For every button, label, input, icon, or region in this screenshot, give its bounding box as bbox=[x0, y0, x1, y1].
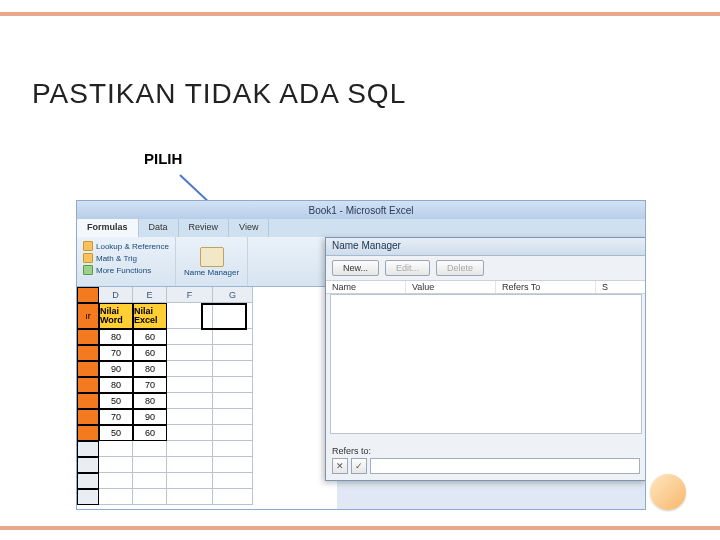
row-header bbox=[77, 287, 99, 303]
slide-title: PASTIKAN TIDAK ADA SQL bbox=[32, 78, 406, 110]
math-label[interactable]: Math & Trig bbox=[96, 254, 137, 263]
lookup-label[interactable]: Lookup & Reference bbox=[96, 242, 169, 251]
row-header[interactable] bbox=[77, 457, 99, 473]
cell[interactable] bbox=[213, 425, 253, 441]
tab-formulas[interactable]: Formulas bbox=[77, 219, 139, 237]
cell[interactable] bbox=[167, 377, 213, 393]
name-manager-button[interactable]: Name Manager bbox=[176, 237, 248, 286]
math-icon bbox=[83, 253, 93, 263]
names-list[interactable] bbox=[330, 294, 642, 434]
edit-button[interactable]: Edit... bbox=[385, 260, 430, 276]
refers-to-input[interactable] bbox=[370, 458, 640, 474]
header-cell[interactable]: Nilai Excel bbox=[133, 303, 167, 329]
cell[interactable] bbox=[167, 489, 213, 505]
row-header[interactable] bbox=[77, 409, 99, 425]
row-header[interactable] bbox=[77, 441, 99, 457]
col-value[interactable]: Value bbox=[406, 281, 496, 293]
cell[interactable] bbox=[167, 361, 213, 377]
more-icon bbox=[83, 265, 93, 275]
cell[interactable] bbox=[99, 457, 133, 473]
cell[interactable]: 80 bbox=[133, 393, 167, 409]
col-header-g[interactable]: G bbox=[213, 287, 253, 303]
tab-view[interactable]: View bbox=[229, 219, 269, 237]
row-header[interactable] bbox=[77, 473, 99, 489]
name-manager-dialog: Name Manager New... Edit... Delete Name … bbox=[325, 237, 646, 481]
cancel-ref-icon[interactable]: ✕ bbox=[332, 458, 348, 474]
col-header-e[interactable]: E bbox=[133, 287, 167, 303]
row-header[interactable] bbox=[77, 489, 99, 505]
cell[interactable] bbox=[167, 345, 213, 361]
cell[interactable]: 60 bbox=[133, 329, 167, 345]
cell[interactable] bbox=[213, 489, 253, 505]
name-manager-icon bbox=[200, 247, 224, 267]
cell[interactable] bbox=[133, 441, 167, 457]
cell[interactable] bbox=[213, 473, 253, 489]
lookup-icon bbox=[83, 241, 93, 251]
col-header-f[interactable]: F bbox=[167, 287, 213, 303]
cell[interactable] bbox=[213, 361, 253, 377]
cell[interactable] bbox=[213, 393, 253, 409]
cell[interactable] bbox=[213, 409, 253, 425]
cell[interactable] bbox=[99, 441, 133, 457]
cell[interactable] bbox=[167, 457, 213, 473]
cell[interactable]: 90 bbox=[133, 409, 167, 425]
cell[interactable]: 90 bbox=[99, 361, 133, 377]
worksheet[interactable]: D E F G ır Nilai Word Nilai Excel 806070… bbox=[77, 287, 337, 509]
slide-bubble-decor bbox=[650, 474, 686, 510]
col-header-d[interactable]: D bbox=[99, 287, 133, 303]
cell[interactable]: 70 bbox=[133, 377, 167, 393]
cell[interactable]: 60 bbox=[133, 345, 167, 361]
cell[interactable]: 80 bbox=[99, 329, 133, 345]
cell[interactable] bbox=[133, 489, 167, 505]
tab-data[interactable]: Data bbox=[139, 219, 179, 237]
dialog-title: Name Manager bbox=[326, 238, 646, 256]
new-button[interactable]: New... bbox=[332, 260, 379, 276]
cell[interactable] bbox=[133, 473, 167, 489]
col-name[interactable]: Name bbox=[326, 281, 406, 293]
selection-box bbox=[201, 303, 247, 330]
cell[interactable] bbox=[213, 457, 253, 473]
cell[interactable]: 80 bbox=[99, 377, 133, 393]
cell[interactable]: 70 bbox=[99, 409, 133, 425]
row-header[interactable]: ır bbox=[77, 303, 99, 329]
accept-ref-icon[interactable]: ✓ bbox=[351, 458, 367, 474]
dialog-toolbar: New... Edit... Delete bbox=[326, 256, 646, 280]
cell[interactable] bbox=[167, 409, 213, 425]
cell[interactable] bbox=[167, 441, 213, 457]
cell[interactable] bbox=[99, 473, 133, 489]
refers-to-section: Refers to: ✕ ✓ bbox=[332, 446, 640, 474]
cell[interactable] bbox=[167, 329, 213, 345]
row-header[interactable] bbox=[77, 329, 99, 345]
window-titlebar: Book1 - Microsoft Excel bbox=[77, 201, 645, 219]
annotation-pilih: PILIH bbox=[144, 150, 182, 167]
cell[interactable] bbox=[167, 473, 213, 489]
cell[interactable] bbox=[133, 457, 167, 473]
cell[interactable] bbox=[213, 345, 253, 361]
cell[interactable] bbox=[99, 489, 133, 505]
cell[interactable]: 80 bbox=[133, 361, 167, 377]
row-header[interactable] bbox=[77, 361, 99, 377]
cell[interactable] bbox=[167, 425, 213, 441]
cell[interactable]: 60 bbox=[133, 425, 167, 441]
cell[interactable]: 70 bbox=[99, 345, 133, 361]
header-cell[interactable]: Nilai Word bbox=[99, 303, 133, 329]
cell[interactable] bbox=[213, 329, 253, 345]
more-label[interactable]: More Functions bbox=[96, 266, 151, 275]
cell[interactable] bbox=[213, 377, 253, 393]
row-header[interactable] bbox=[77, 377, 99, 393]
cell[interactable]: 50 bbox=[99, 393, 133, 409]
cell[interactable]: 50 bbox=[99, 425, 133, 441]
row-header[interactable] bbox=[77, 425, 99, 441]
cell[interactable] bbox=[213, 441, 253, 457]
cell[interactable] bbox=[167, 393, 213, 409]
delete-button[interactable]: Delete bbox=[436, 260, 484, 276]
name-manager-label: Name Manager bbox=[184, 269, 239, 277]
row-header[interactable] bbox=[77, 393, 99, 409]
tab-review[interactable]: Review bbox=[179, 219, 230, 237]
ribbon-tabs: Formulas Data Review View bbox=[77, 219, 645, 237]
row-header[interactable] bbox=[77, 345, 99, 361]
refers-to-label: Refers to: bbox=[332, 446, 640, 456]
dialog-columns: Name Value Refers To S bbox=[326, 280, 646, 294]
col-scope[interactable]: S bbox=[596, 281, 646, 293]
col-refersto[interactable]: Refers To bbox=[496, 281, 596, 293]
